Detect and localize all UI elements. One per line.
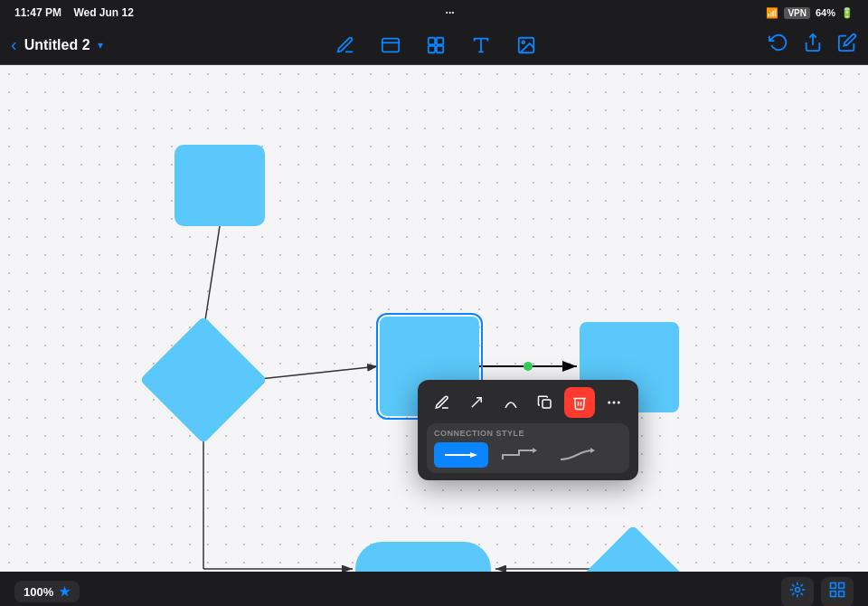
svg-line-14: [251, 366, 378, 380]
svg-point-22: [608, 402, 610, 404]
style-elbow-btn[interactable]: [492, 442, 546, 468]
svg-rect-40: [831, 591, 836, 596]
time-display: 11:47 PM: [14, 6, 61, 19]
svg-line-37: [801, 584, 803, 586]
connection-style-panel: CONNECTION STYLE: [427, 423, 629, 473]
node-rounded-bottom[interactable]: [355, 542, 491, 572]
svg-point-23: [613, 402, 616, 404]
pen-tool-btn[interactable]: [332, 32, 359, 59]
title-bar: ‹ Untitled 2 ▾: [0, 25, 868, 65]
layers-tool-btn[interactable]: [422, 32, 449, 59]
battery-icon: 🔋: [841, 7, 854, 19]
node-diamond-mid[interactable]: [139, 316, 267, 443]
toolbar-delete-btn[interactable]: [564, 387, 595, 418]
style-options: [434, 442, 622, 468]
svg-marker-26: [470, 452, 477, 458]
style-straight-btn[interactable]: [434, 442, 488, 468]
svg-rect-4: [429, 45, 435, 52]
document-title: Untitled 2: [24, 37, 90, 53]
svg-point-24: [618, 402, 620, 404]
bottom-bar: 100% ★: [0, 572, 868, 606]
share-btn[interactable]: [803, 33, 823, 57]
edit-btn[interactable]: [837, 33, 857, 57]
image-tool-btn[interactable]: [513, 32, 540, 59]
zoom-level: 100%: [24, 585, 53, 599]
svg-rect-41: [839, 591, 844, 596]
date-display: Wed Jun 12: [73, 6, 133, 19]
svg-line-20: [472, 398, 482, 408]
svg-rect-2: [429, 37, 435, 43]
svg-rect-3: [437, 37, 443, 43]
back-button[interactable]: ‹: [11, 34, 17, 55]
structure-btn[interactable]: [781, 577, 814, 607]
connection-style-label: CONNECTION STYLE: [434, 429, 622, 438]
style-curve-btn[interactable]: [550, 442, 604, 468]
text-tool-btn[interactable]: [467, 32, 495, 59]
node-rect-top[interactable]: [175, 145, 265, 226]
star-icon[interactable]: ★: [59, 584, 71, 599]
title-dropdown[interactable]: ▾: [98, 39, 103, 52]
status-dots: ···: [446, 6, 455, 19]
svg-point-29: [796, 587, 800, 592]
zoom-badge[interactable]: 100% ★: [14, 581, 80, 602]
canvas-area[interactable]: CONNECTION STYLE: [0, 65, 868, 572]
title-right-tools: [769, 33, 857, 57]
svg-marker-28: [590, 448, 595, 453]
svg-line-35: [801, 592, 803, 594]
svg-point-9: [522, 41, 524, 43]
title-left: ‹ Untitled 2 ▾: [11, 34, 103, 55]
wifi-icon: 📶: [766, 7, 778, 19]
battery-display: 64%: [816, 7, 835, 18]
grid-btn[interactable]: [821, 577, 854, 607]
history-btn[interactable]: [769, 33, 788, 57]
svg-line-34: [792, 584, 794, 586]
svg-point-16: [524, 362, 533, 371]
browser-tool-btn[interactable]: [377, 32, 404, 59]
toolbar-more-btn[interactable]: [599, 387, 629, 418]
svg-line-36: [792, 592, 794, 594]
svg-rect-39: [839, 582, 844, 588]
svg-rect-21: [542, 400, 551, 408]
toolbar-arrow-btn[interactable]: [461, 387, 492, 418]
node-diamond-br[interactable]: [575, 525, 690, 572]
toolbar-duplicate-btn[interactable]: [530, 387, 561, 418]
status-right: 📶 VPN 64% 🔋: [766, 7, 854, 19]
svg-rect-38: [831, 582, 836, 588]
svg-line-13: [203, 226, 220, 332]
context-toolbar: CONNECTION STYLE: [418, 380, 638, 480]
svg-rect-5: [437, 45, 443, 52]
svg-marker-27: [533, 448, 537, 453]
status-bar: 11:47 PM Wed Jun 12 ··· 📶 VPN 64% 🔋: [0, 0, 868, 25]
toolbar-icons-row: [427, 387, 629, 418]
bottom-right-tools: [781, 577, 854, 607]
title-center-tools: [332, 32, 540, 59]
status-time: 11:47 PM Wed Jun 12: [14, 6, 134, 19]
svg-rect-0: [382, 38, 399, 52]
toolbar-pencil-btn[interactable]: [427, 387, 458, 418]
vpn-badge: VPN: [784, 7, 810, 19]
toolbar-curve-btn[interactable]: [495, 387, 526, 418]
